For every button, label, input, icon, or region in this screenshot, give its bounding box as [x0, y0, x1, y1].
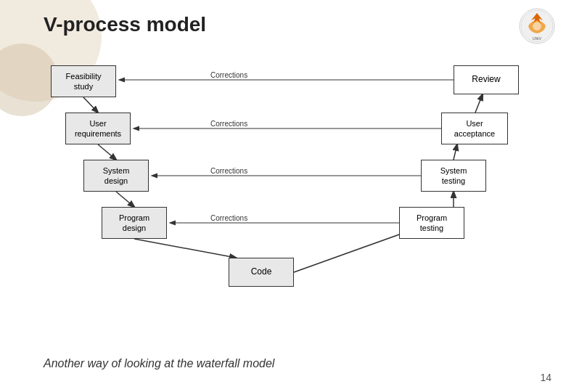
corrections-label-3: Corrections — [210, 167, 247, 175]
svg-line-11 — [475, 94, 483, 113]
box-feasibility: Feasibilitystudy — [51, 65, 116, 97]
svg-text:UNIV: UNIV — [533, 36, 542, 41]
box-system-design: Systemdesign — [83, 160, 149, 192]
university-logo: UNIV — [518, 7, 556, 45]
page-number: 14 — [540, 372, 551, 383]
svg-line-4 — [83, 97, 98, 113]
svg-line-7 — [134, 239, 236, 258]
box-user-requirements: Userrequirements — [65, 113, 131, 144]
svg-line-6 — [116, 192, 134, 207]
svg-line-10 — [454, 144, 457, 160]
box-program-testing: Programtesting — [399, 207, 464, 239]
corrections-label-1: Corrections — [210, 71, 247, 79]
box-system-testing: Systemtesting — [421, 160, 486, 192]
corrections-label-4: Corrections — [210, 214, 247, 222]
box-code: Code — [229, 258, 294, 287]
slide-title: V-process model — [44, 13, 206, 36]
box-program-design: Programdesign — [102, 207, 167, 239]
corrections-label-2: Corrections — [210, 120, 247, 128]
box-review: Review — [454, 65, 519, 94]
slide-subtitle: Another way of looking at the waterfall … — [44, 357, 274, 370]
svg-point-2 — [533, 22, 541, 30]
box-user-acceptance: Useracceptance — [441, 113, 508, 144]
v-process-diagram: Feasibilitystudy Userrequirements System… — [44, 51, 537, 334]
svg-line-5 — [98, 144, 116, 160]
slide-container: V-process model UNIV — [0, 0, 566, 392]
